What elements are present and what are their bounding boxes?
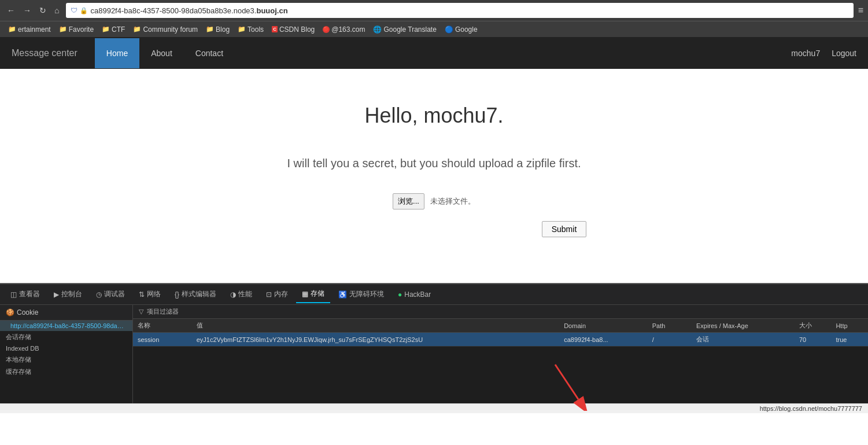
col-domain: Domain (559, 319, 648, 333)
col-size: 大小 (795, 319, 832, 333)
cookie-domain: ca8992f4-ba8... (559, 333, 648, 347)
nav-contact[interactable]: Contact (184, 38, 235, 68)
performance-icon: ◑ (230, 290, 236, 299)
main-content: Hello, mochu7. I will tell you a secret,… (0, 69, 868, 283)
browser-toolbar: ← → ↻ ⌂ 🛡 🔒 ca8992f4-ba8c-4357-8500-98da… (0, 0, 868, 21)
cache-storage-label: 缓存存储 (0, 366, 132, 378)
home-button[interactable]: ⌂ (52, 5, 61, 16)
submit-button[interactable]: Submit (542, 221, 587, 237)
devtools-tab-accessibility[interactable]: ♿ 无障碍环境 (333, 286, 390, 303)
163-icon: 🔴 (323, 26, 330, 33)
folder-icon: 📁 (238, 25, 246, 33)
network-icon: ⇅ (139, 290, 145, 299)
filter-bar: ▽ 项目过滤器 (133, 305, 868, 319)
bookmark-entertainment[interactable]: 📁 ertainment (5, 24, 54, 35)
folder-icon: 📁 (133, 25, 141, 33)
shield-icon: 🛡 (71, 6, 77, 14)
folder-icon: 📁 (102, 25, 110, 33)
devtools-sidebar: 🍪 Cookie http://ca8992f4-ba8c-4357-8500-… (0, 305, 133, 403)
bookmark-ctf[interactable]: 📁 CTF (98, 24, 128, 35)
back-button[interactable]: ← (5, 5, 17, 16)
col-expires: Expires / Max-Age (692, 319, 795, 333)
bookmark-tools[interactable]: 📁 Tools (234, 24, 267, 35)
filter-icon: ▽ (139, 308, 143, 315)
lock-icon: 🔒 (80, 7, 88, 14)
devtools-tab-console[interactable]: ▶ 控制台 (48, 286, 88, 303)
inspector-icon: ◫ (10, 290, 17, 299)
devtools-tab-inspector[interactable]: ◫ 查看器 (5, 286, 46, 303)
user-area: mochu7 Logout (791, 49, 856, 58)
logout-button[interactable]: Logout (832, 49, 856, 58)
devtools-toolbar: ◫ 查看器 ▶ 控制台 ◷ 调试器 ⇅ 网络 {} 样式编辑器 ◑ 性能 ⊡ 内… (0, 284, 868, 305)
session-storage-label: 会话存储 (0, 331, 132, 343)
indexed-db-label: Indexed DB (0, 343, 132, 354)
site-navbar: Message center Home About Contact mochu7… (0, 37, 868, 69)
username-label: mochu7 (791, 49, 820, 58)
cookie-value: eyJ1c2VybmFtZTZSl6lm1vY2h1NyJ9.EWJiqw.jr… (192, 333, 560, 347)
debugger-icon: ◷ (96, 290, 102, 299)
site-brand: Message center (12, 48, 77, 58)
cookie-table: 名称 值 Domain Path Expires / Max-Age 大小 Ht… (133, 319, 868, 347)
cookie-path: / (648, 333, 692, 347)
nav-buttons: ← → ↻ ⌂ (5, 5, 61, 16)
bookmark-blog[interactable]: 📁 Blog (202, 24, 233, 35)
status-url: https://blog.csdn.net/mochu7777777 (760, 405, 862, 412)
bookmark-google[interactable]: 🔵 Google (441, 24, 481, 35)
cookie-name: session (133, 333, 192, 347)
folder-icon: 📁 (8, 25, 16, 33)
status-bar: https://blog.csdn.net/mochu7777777 (0, 403, 868, 413)
upload-area: 浏览... 未选择文件。 (393, 193, 475, 209)
google-translate-icon: 🌐 (373, 25, 382, 34)
greeting-heading: Hello, mochu7. (364, 104, 503, 128)
devtools-tab-style-editor[interactable]: {} 样式编辑器 (169, 286, 222, 303)
nav-about[interactable]: About (139, 38, 184, 68)
devtools-main-area: ▽ 项目过滤器 名称 值 Domain Path Expires / Max-A… (133, 305, 868, 403)
no-file-label: 未选择文件。 (430, 196, 475, 207)
bookmark-csdn[interactable]: C CSDN Blog (268, 24, 318, 35)
folder-icon: 📁 (59, 25, 67, 33)
cookie-expires: 会话 (692, 333, 795, 347)
devtools-panel: ◫ 查看器 ▶ 控制台 ◷ 调试器 ⇅ 网络 {} 样式编辑器 ◑ 性能 ⊡ 内… (0, 283, 868, 403)
browse-button[interactable]: 浏览... (393, 193, 424, 209)
console-icon: ▶ (54, 290, 59, 299)
memory-icon: ⊡ (266, 290, 272, 299)
bookmark-163[interactable]: 🔴 @163.com (319, 24, 368, 35)
refresh-button[interactable]: ↻ (37, 5, 49, 16)
style-editor-icon: {} (175, 290, 179, 299)
cookie-site-item[interactable]: http://ca8992f4-ba8c-4357-8500-98da05ba8… (0, 321, 132, 331)
bookmark-favorite[interactable]: 📁 Favorite (56, 24, 97, 35)
col-http: Http (831, 319, 868, 333)
secret-message: I will tell you a secret, but you should… (287, 157, 581, 170)
cookie-icon: 🍪 (6, 308, 14, 317)
accessibility-icon: ♿ (338, 290, 347, 299)
address-text: ca8992f4-ba8c-4357-8500-98da05ba8b3e.nod… (90, 6, 848, 15)
local-storage-label: 本地存储 (0, 354, 132, 366)
devtools-tab-performance[interactable]: ◑ 性能 (224, 286, 258, 303)
col-value: 值 (192, 319, 560, 333)
browser-menu-icon[interactable]: ≡ (858, 5, 863, 16)
site-nav: Home About Contact (95, 38, 235, 68)
cookie-size: 70 (795, 333, 832, 347)
bookmark-community-forum[interactable]: 📁 Community forum (130, 24, 201, 35)
devtools-tab-memory[interactable]: ⊡ 内存 (260, 286, 294, 303)
google-icon: 🔵 (445, 25, 453, 34)
devtools-tab-network[interactable]: ⇅ 网络 (133, 286, 167, 303)
filter-label: 项目过滤器 (147, 307, 179, 316)
devtools-tab-debugger[interactable]: ◷ 调试器 (90, 286, 131, 303)
cookie-http: true (831, 333, 868, 347)
cookie-row[interactable]: session eyJ1c2VybmFtZTZSl6lm1vY2h1NyJ9.E… (133, 333, 868, 347)
storage-icon: ▦ (302, 290, 308, 298)
address-bar[interactable]: 🛡 🔒 ca8992f4-ba8c-4357-8500-98da05ba8b3e… (66, 3, 853, 18)
folder-icon: 📁 (206, 25, 214, 33)
devtools-content: 🍪 Cookie http://ca8992f4-ba8c-4357-8500-… (0, 305, 868, 403)
col-path: Path (648, 319, 692, 333)
nav-home[interactable]: Home (95, 38, 139, 68)
browser-chrome: ← → ↻ ⌂ 🛡 🔒 ca8992f4-ba8c-4357-8500-98da… (0, 0, 868, 37)
bookmark-google-translate[interactable]: 🌐 Google Translate (370, 24, 439, 35)
devtools-tab-hackbar[interactable]: ● HackBar (392, 287, 437, 302)
devtools-tab-storage[interactable]: ▦ 存储 (296, 285, 330, 303)
bookmarks-bar: 📁 ertainment 📁 Favorite 📁 CTF 📁 Communit… (0, 21, 868, 37)
cookie-header: 🍪 Cookie (0, 305, 132, 321)
forward-button[interactable]: → (21, 5, 34, 16)
col-name: 名称 (133, 319, 192, 333)
